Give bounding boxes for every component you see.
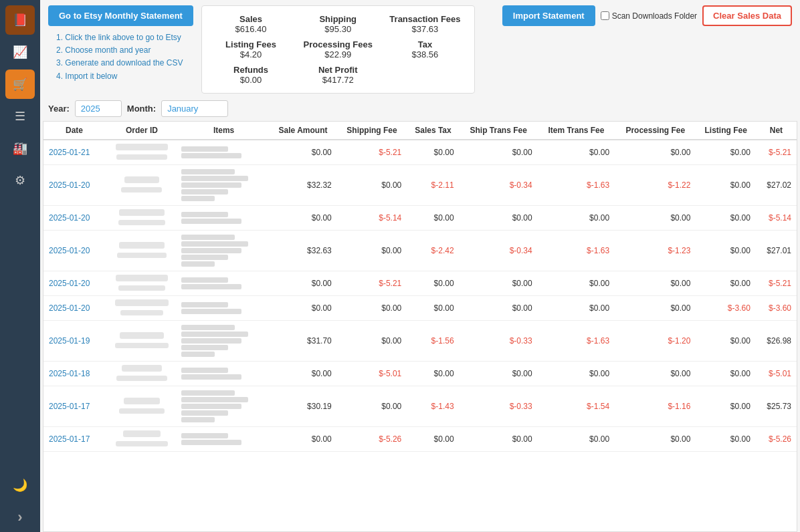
instructions: 1. Click the link above to go to Etsy2. …: [48, 31, 193, 87]
cell-numeric: $0.00: [407, 362, 459, 386]
cell-numeric: $27.01: [756, 231, 797, 271]
table-row: 2025-01-21 $0.00$-5.21$0.00$0.00$0.00$0.…: [43, 140, 797, 165]
sidebar-item-settings[interactable]: ⚙: [5, 166, 35, 195]
col-shipping-fee: Shipping Fee: [337, 122, 407, 140]
year-label: Year:: [48, 104, 70, 114]
sidebar-item-chart[interactable]: 📈: [5, 37, 35, 67]
sidebar-item-moon[interactable]: 🌙: [5, 471, 35, 500]
cell-numeric: $0.00: [269, 271, 336, 296]
cell-numeric: $-1.56: [407, 321, 459, 362]
col-date: Date: [43, 122, 105, 140]
cell-order-id: [105, 206, 179, 231]
cell-numeric: $-1.16: [615, 386, 696, 427]
cell-numeric: $0.00: [696, 362, 755, 386]
cell-numeric: $0.00: [696, 386, 755, 427]
col-ship-trans-fee: Ship Trans Fee: [460, 122, 538, 140]
col-sale-amount: Sale Amount: [269, 122, 336, 140]
go-monthly-button[interactable]: Go to Etsy Monthly Statement: [48, 5, 193, 26]
sidebar-item-expand[interactable]: ›: [5, 503, 35, 532]
summary-processing-fees: Processing Fees $22.99: [302, 39, 373, 59]
cell-date: 2025-01-20: [43, 231, 105, 271]
cell-items: [179, 165, 269, 206]
cell-numeric: $27.02: [756, 165, 797, 206]
cell-numeric: $0.00: [615, 427, 696, 452]
cell-numeric: $0.00: [460, 362, 538, 386]
cell-numeric: $32.32: [269, 165, 336, 206]
cell-order-id: [105, 140, 179, 165]
summary-listing-fees: Listing Fees $4.20: [215, 39, 286, 59]
cell-items: [179, 271, 269, 296]
cell-date: 2025-01-20: [43, 165, 105, 206]
cell-date: 2025-01-17: [43, 427, 105, 452]
cell-numeric: $0.00: [538, 271, 615, 296]
month-input[interactable]: [161, 100, 228, 117]
table-row: 2025-01-18 $0.00$-5.01$0.00$0.00$0.00$0.…: [43, 362, 797, 386]
scan-downloads-label[interactable]: Scan Downloads Folder: [601, 11, 697, 21]
col-order-id: Order ID: [105, 122, 179, 140]
sidebar-item-warehouse[interactable]: 🏭: [5, 134, 35, 163]
cell-numeric: $-0.33: [460, 321, 538, 362]
cell-numeric: $-0.34: [460, 231, 538, 271]
cell-date: 2025-01-21: [43, 140, 105, 165]
cell-numeric: $31.70: [269, 321, 336, 362]
cell-numeric: $0.00: [538, 206, 615, 231]
cell-numeric: $32.63: [269, 231, 336, 271]
scan-downloads-checkbox[interactable]: [601, 11, 609, 20]
cell-numeric: $0.00: [269, 206, 336, 231]
year-input[interactable]: [75, 100, 122, 117]
cell-numeric: $0.00: [460, 206, 538, 231]
cell-numeric: $-1.22: [615, 165, 696, 206]
cell-numeric: $0.00: [337, 231, 407, 271]
cell-numeric: $-2.11: [407, 165, 459, 206]
cell-items: [179, 231, 269, 271]
col-net: Net: [756, 122, 797, 140]
summary-net-profit: Net Profit $417.72: [302, 65, 373, 85]
cell-numeric: $0.00: [696, 165, 755, 206]
clear-sales-button[interactable]: Clear Sales Data: [702, 5, 792, 26]
summary-refunds: Refunds $0.00: [215, 65, 286, 85]
cell-order-id: [105, 165, 179, 206]
cell-numeric: $-5.21: [337, 271, 407, 296]
cell-numeric: $0.00: [696, 231, 755, 271]
cell-numeric: $-5.14: [756, 206, 797, 231]
sidebar-item-list[interactable]: ☰: [5, 102, 35, 131]
col-item-trans-fee: Item Trans Fee: [538, 122, 615, 140]
cell-numeric: $0.00: [615, 140, 696, 165]
cell-numeric: $-5.01: [756, 362, 797, 386]
instruction-line: 4. Import it below: [56, 70, 185, 83]
cell-date: 2025-01-20: [43, 271, 105, 296]
instruction-line: 2. Choose month and year: [56, 44, 185, 57]
instruction-line: 1. Click the link above to go to Etsy: [56, 31, 185, 44]
cell-numeric: $0.00: [460, 140, 538, 165]
col-items: Items: [179, 122, 269, 140]
cell-items: [179, 362, 269, 386]
cell-items: [179, 321, 269, 362]
import-area: Import Statement Scan Downloads Folder C…: [502, 5, 792, 26]
transactions-table-container[interactable]: Date Order ID Items Sale Amount Shipping…: [43, 121, 797, 532]
cell-items: [179, 296, 269, 321]
cell-items: [179, 386, 269, 427]
cell-numeric: $0.00: [615, 296, 696, 321]
cell-numeric: $-1.54: [538, 386, 615, 427]
cell-numeric: $0.00: [337, 386, 407, 427]
cell-numeric: $0.00: [407, 140, 459, 165]
table-row: 2025-01-20 $32.63$0.00$-2.42$-0.34$-1.63…: [43, 231, 797, 271]
summary-sales: Sales $616.40: [215, 14, 286, 34]
cell-numeric: $0.00: [407, 427, 459, 452]
cell-numeric: $0.00: [460, 427, 538, 452]
top-section: Go to Etsy Monthly Statement 1. Click th…: [40, 0, 800, 121]
cell-numeric: $0.00: [615, 271, 696, 296]
cell-numeric: $0.00: [407, 296, 459, 321]
table-row: 2025-01-20 $0.00$-5.14$0.00$0.00$0.00$0.…: [43, 206, 797, 231]
cell-numeric: $0.00: [269, 427, 336, 452]
sidebar-item-cart[interactable]: 🛒: [5, 70, 35, 99]
sidebar-item-book[interactable]: 📕: [5, 5, 35, 35]
instruction-line: 3. Generate and download the CSV: [56, 57, 185, 70]
import-button[interactable]: Import Statement: [502, 5, 595, 26]
cell-order-id: [105, 362, 179, 386]
table-row: 2025-01-20 $0.00$0.00$0.00$0.00$0.00$0.0…: [43, 296, 797, 321]
cell-numeric: $-5.26: [337, 427, 407, 452]
cell-numeric: $0.00: [538, 362, 615, 386]
cell-numeric: $-3.60: [756, 296, 797, 321]
cell-numeric: $-5.21: [756, 271, 797, 296]
